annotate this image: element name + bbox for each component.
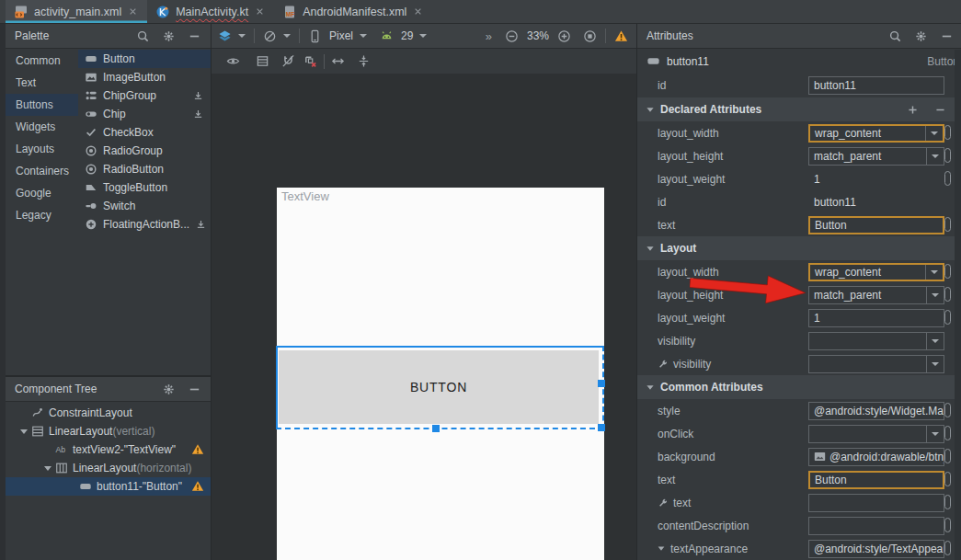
warnings-icon[interactable] <box>614 29 628 43</box>
selection-handle-bottom[interactable] <box>432 425 440 432</box>
palette-category-buttons[interactable]: Buttons <box>6 94 78 116</box>
toggle-pill-icon[interactable] <box>944 217 951 232</box>
download-icon[interactable] <box>195 219 207 231</box>
dropdown-arrow-button[interactable] <box>926 148 944 165</box>
palette-category-google[interactable]: Google <box>6 182 78 204</box>
palette-category-text[interactable]: Text <box>6 72 78 94</box>
attr-dropdown[interactable] <box>808 425 944 443</box>
toggle-pill-icon[interactable] <box>944 264 951 279</box>
toggle-pill-icon[interactable] <box>944 518 951 532</box>
toggle-pill-icon[interactable] <box>944 148 951 163</box>
palette-item-radiogroup[interactable]: RadioGroup <box>78 142 211 160</box>
editor-tab-MainActivity.kt[interactable]: MainActivity.kt <box>147 0 274 23</box>
editor-tab-activity_main.xml[interactable]: activity_main.xml <box>6 0 147 23</box>
design-surface-selector[interactable] <box>218 29 246 43</box>
close-icon[interactable] <box>412 6 424 17</box>
search-icon[interactable] <box>136 29 150 43</box>
minimize-icon[interactable] <box>188 29 201 43</box>
palette-category-legacy[interactable]: Legacy <box>6 204 78 226</box>
gear-icon[interactable] <box>162 29 176 43</box>
zoom-in-icon[interactable] <box>557 29 571 43</box>
gear-icon[interactable] <box>162 383 176 396</box>
toggle-pill-icon[interactable] <box>944 541 951 555</box>
attributes-scrollbar[interactable] <box>955 50 961 560</box>
toggle-pill-icon[interactable] <box>944 403 951 417</box>
toggle-pill-icon[interactable] <box>944 125 951 140</box>
attr-dropdown[interactable]: match_parent <box>808 286 944 304</box>
pack-horizontal-icon[interactable] <box>331 54 345 68</box>
autoconnect-off-magnet-icon[interactable] <box>281 54 295 68</box>
close-icon[interactable] <box>127 6 139 17</box>
toggle-pill-icon[interactable] <box>944 426 951 440</box>
toggle-pill-icon[interactable] <box>944 171 951 186</box>
view-options-eye-icon[interactable] <box>226 54 240 68</box>
device-selector[interactable]: Pixel <box>308 29 367 43</box>
orientation-selector[interactable] <box>263 29 291 43</box>
expand-arrow-icon[interactable] <box>658 546 665 550</box>
minimize-icon[interactable] <box>940 29 954 43</box>
section-header-layout[interactable]: Layout <box>637 236 961 260</box>
palette-item-checkbox[interactable]: CheckBox <box>78 123 211 142</box>
palette-item-switch[interactable]: Switch <box>78 197 211 215</box>
palette-category-common[interactable]: Common <box>6 50 78 72</box>
tree-item-textview2[interactable]: AbtextView2- "TextView" <box>6 440 211 459</box>
download-icon[interactable] <box>192 109 204 120</box>
canvas-textview[interactable]: TextView <box>281 189 329 203</box>
toggle-pill-icon[interactable] <box>944 449 951 463</box>
expand-arrow-icon[interactable] <box>40 466 55 471</box>
attr-dropdown[interactable] <box>808 355 944 373</box>
toggle-pill-icon[interactable] <box>944 472 951 486</box>
attr-input[interactable]: 1 <box>808 309 944 327</box>
api-selector[interactable]: 29 <box>380 29 427 43</box>
palette-item-floatingactionb[interactable]: FloatingActionB... <box>78 215 211 234</box>
blueprint-icon[interactable] <box>256 54 269 68</box>
attr-dropdown[interactable]: wrap_content <box>808 263 944 281</box>
toggle-pill-icon[interactable] <box>944 310 951 325</box>
dropdown-arrow-button[interactable] <box>926 287 944 303</box>
toolbar-overflow-chevron[interactable]: » <box>486 29 493 43</box>
dropdown-arrow-button[interactable] <box>926 356 944 372</box>
section-header-common-attributes[interactable]: Common Attributes <box>637 375 961 399</box>
editor-tab-AndroidManifest.xml[interactable]: MFAndroidManifest.xml <box>274 0 432 23</box>
dropdown-arrow-button[interactable] <box>926 333 944 349</box>
download-icon[interactable] <box>192 90 204 102</box>
tree-item-button11[interactable]: button11- "Button" <box>6 477 211 496</box>
toggle-pill-icon[interactable] <box>944 495 951 509</box>
selection-handle-corner[interactable] <box>598 424 605 431</box>
palette-category-layouts[interactable]: Layouts <box>6 138 78 160</box>
attr-dropdown[interactable]: @android:style/Widget.Mat <box>808 402 944 420</box>
palette-category-widgets[interactable]: Widgets <box>6 116 78 138</box>
close-icon[interactable] <box>254 6 266 17</box>
attr-dropdown[interactable]: wrap_content <box>808 124 944 143</box>
attr-input[interactable]: Button <box>808 216 944 234</box>
attr-input[interactable]: Button <box>808 471 944 489</box>
expand-arrow-icon[interactable] <box>17 429 31 434</box>
palette-category-containers[interactable]: Containers <box>6 160 78 182</box>
palette-item-togglebutton[interactable]: ToggleButton <box>78 178 211 197</box>
attr-dropdown[interactable]: match_parent <box>808 147 944 166</box>
tree-item-linearlayout[interactable]: LinearLayout(horizontal) <box>6 459 211 477</box>
search-icon[interactable] <box>888 29 902 43</box>
section-header-declared-attributes[interactable]: Declared Attributes <box>637 97 961 121</box>
attr-dropdown[interactable]: @android:style/TextAppear <box>808 540 944 558</box>
dropdown-arrow-button[interactable] <box>925 126 943 141</box>
attr-input[interactable] <box>808 494 944 512</box>
add-attribute-icon[interactable] <box>907 104 919 116</box>
distribute-vertical-icon[interactable] <box>357 54 371 68</box>
attr-value-text[interactable]: button11 <box>808 196 856 209</box>
palette-item-chipgroup[interactable]: ChipGroup <box>78 86 211 105</box>
palette-item-imagebutton[interactable]: ImageButton <box>78 68 211 86</box>
attr-input[interactable] <box>808 517 944 535</box>
dropdown-arrow-button[interactable] <box>926 426 944 442</box>
palette-item-chip[interactable]: Chip <box>78 105 211 123</box>
clear-constraints-icon[interactable] <box>303 54 317 68</box>
tree-item-linearlayout[interactable]: LinearLayout(vertical) <box>6 422 211 440</box>
canvas-button[interactable]: BUTTON <box>279 350 599 424</box>
zoom-to-fit-icon[interactable] <box>583 29 597 43</box>
palette-item-button[interactable]: Button <box>78 50 211 68</box>
attr-value-text[interactable]: 1 <box>808 173 820 186</box>
minimize-icon[interactable] <box>188 383 201 396</box>
palette-item-radiobutton[interactable]: RadioButton <box>78 160 211 178</box>
dropdown-arrow-button[interactable] <box>925 265 943 280</box>
attr-input[interactable]: button11 <box>808 76 944 95</box>
